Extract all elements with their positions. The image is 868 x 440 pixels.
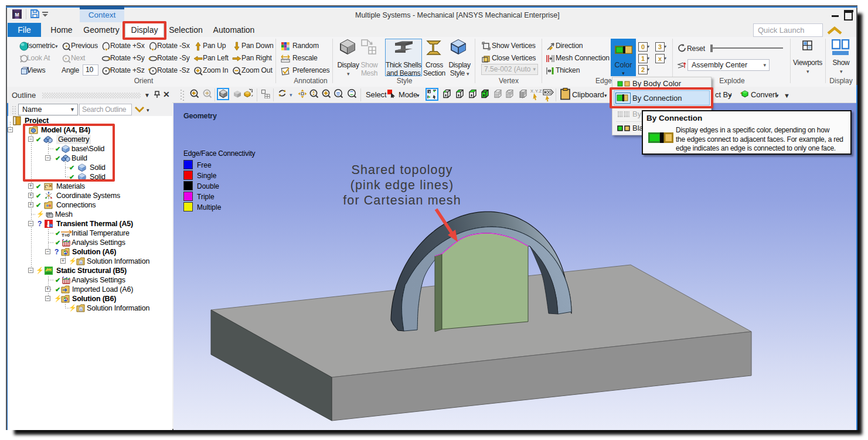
svg-text:i: i (80, 260, 81, 265)
svg-text:T=0: T=0 (62, 233, 70, 238)
svg-text:M: M (15, 12, 19, 18)
svg-text:i: i (80, 307, 81, 312)
